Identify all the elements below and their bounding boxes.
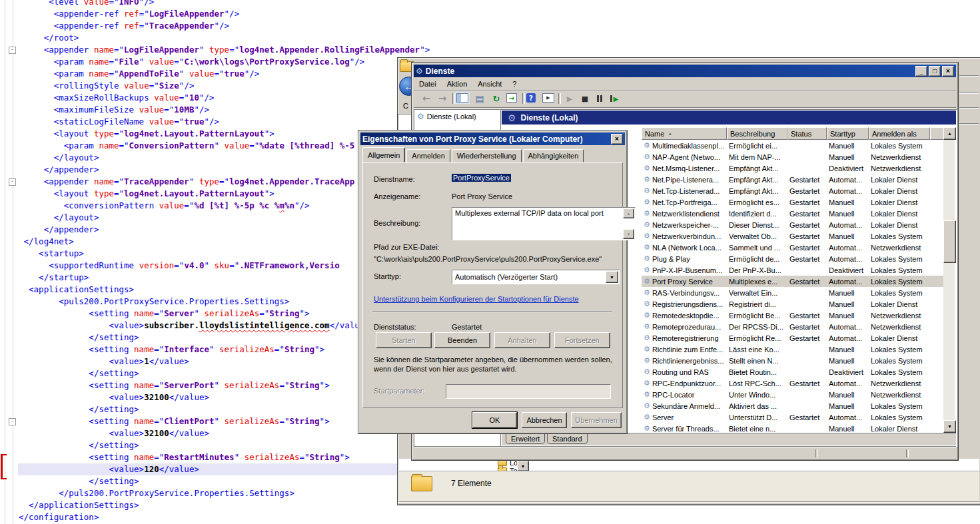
abbrechen-button[interactable]: Abbrechen — [522, 412, 567, 428]
code-line: <setting name="RestartMinutes" serialize… — [19, 451, 430, 463]
chevron-down-icon[interactable]: ▼ — [517, 461, 529, 471]
table-row[interactable]: ⚙Net.Tcp-Listenerad...Empfängt Akt...Ges… — [642, 185, 944, 196]
service-gear-icon: ⚙ — [644, 300, 650, 308]
start-parameters-input[interactable] — [446, 384, 611, 399]
forward-icon[interactable]: → — [436, 93, 448, 104]
close-button[interactable]: × — [942, 66, 954, 77]
label-pfad: Pfad zur EXE-Datei: — [374, 243, 439, 251]
table-row[interactable]: ⚙Net.Tcp-Portfreiga...Ermöglicht es...Ge… — [642, 196, 944, 208]
tab-abhängigkeiten[interactable]: Abhängigkeiten — [523, 149, 584, 162]
table-row[interactable]: ⚙Sekundäre Anmeld...Aktiviert das ...Man… — [642, 400, 944, 411]
beenden-button[interactable]: Beenden — [434, 332, 490, 348]
view-tab-standard[interactable]: Standard — [547, 433, 588, 444]
column-header-status[interactable]: Status — [787, 127, 827, 140]
service-gear-icon: ⚙ — [644, 289, 650, 296]
refresh-icon[interactable]: ↻ — [490, 93, 502, 104]
table-row[interactable]: ⚙Remoteprozedurau...Der RPCSS-Di...Gesta… — [642, 321, 944, 332]
table-row[interactable]: ⚙Richtlinie zum Entfe...Lässt eine Ko...… — [642, 344, 944, 355]
column-header-name[interactable]: Name▲ — [642, 127, 727, 140]
table-row[interactable]: ⚙ServerUnterstützt D...GestartetAutomat.… — [642, 411, 944, 423]
startup-options-link[interactable]: Unterstützung beim Konfigurieren der Sta… — [374, 295, 579, 303]
fold-toggle-icon[interactable]: - — [9, 178, 16, 186]
help-icon[interactable]: ? — [526, 93, 536, 103]
service-gear-icon: ⚙ — [644, 142, 650, 149]
table-row[interactable]: ⚙RAS-Verbindungsv...Verwaltet Ein...Manu… — [642, 287, 944, 298]
pane-header: ⚙ Dienste (Lokal) — [502, 111, 956, 125]
table-row[interactable]: ⚙Remotedesktopdie...Ermöglicht Be...Gest… — [642, 310, 944, 321]
table-row[interactable]: ⚙NLA (Network Loca...Sammelt und ...Gest… — [642, 242, 944, 253]
scroll-up-icon[interactable]: ▲ — [623, 208, 634, 218]
back-icon[interactable]: ← — [420, 93, 432, 104]
start-parameters-note: Sie können die Startparameter angeben, d… — [374, 355, 615, 374]
table-row[interactable]: ⚙NAP-Agent (Netwo...Mit dem NAP-...Manue… — [642, 151, 944, 162]
table-row[interactable]: ⚙RemoteregistrierungErmöglicht Re...Gest… — [642, 332, 944, 344]
dialog-titlebar[interactable]: Eigenschaften von Port Proxy Service (Lo… — [360, 132, 625, 145]
anhalten-button[interactable]: Anhalten — [494, 332, 550, 348]
service-name-value[interactable]: PortProxyService — [452, 174, 511, 182]
extended-view-icon[interactable]: ▶ — [542, 93, 554, 103]
minimize-button[interactable]: _ — [915, 66, 927, 77]
label-starttyp: Starttyp: — [374, 272, 401, 280]
ok-button[interactable]: OK — [472, 412, 517, 428]
table-row[interactable]: ⚙Netzwerkspeicher-...Dieser Dienst...Ges… — [642, 219, 944, 230]
menu-item-?[interactable]: ? — [507, 79, 522, 89]
tree-item-dienste-lokal[interactable]: ⚙ Dienste (Lokal) — [416, 112, 478, 121]
close-icon[interactable]: × — [611, 134, 623, 144]
toolbar-edge — [959, 75, 979, 77]
service-gear-icon: ⚙ — [644, 391, 650, 398]
übernehmen-button[interactable]: Übernehmen — [571, 412, 622, 428]
services-titlebar[interactable]: ⚙ Dienste _ □ × — [414, 65, 956, 77]
fold-toggle-icon[interactable]: - — [9, 47, 16, 54]
tab-allgemein[interactable]: Allgemein — [362, 147, 405, 162]
properties-icon[interactable]: ▤ — [474, 93, 486, 104]
change-margin-bracket — [1, 454, 7, 479]
scroll-down-icon[interactable]: ▼ — [943, 420, 956, 433]
scrollbar-thumb[interactable] — [943, 220, 956, 263]
restart-service-icon[interactable]: ▶ — [608, 93, 620, 104]
tab-wiederherstellung[interactable]: Wiederherstellung — [452, 149, 522, 162]
show-console-tree-icon[interactable] — [456, 93, 468, 103]
scroll-up-icon[interactable]: ▲ — [943, 127, 956, 140]
tab-anmelden[interactable]: Anmelden — [406, 149, 450, 162]
table-row[interactable]: ⚙Richtlinienergebniss...Stellt einen N..… — [642, 355, 944, 366]
fold-toggle-icon[interactable]: - — [9, 418, 16, 425]
chevron-down-icon[interactable]: ▼ — [606, 271, 618, 283]
label-dienststatus: Dienststatus: — [374, 323, 416, 331]
column-header-anmeldenals[interactable]: Anmelden als — [869, 127, 930, 140]
description-field[interactable]: Multiplexes external TCP/IP data on loca… — [452, 207, 636, 240]
table-row[interactable]: ⚙Plug & PlayErmöglicht de...GestartetAut… — [642, 253, 944, 264]
code-line: </setting> — [19, 439, 430, 451]
table-row[interactable]: ⚙PnP-X-IP-Busenum...Der PnP-X-Bu...Deakt… — [642, 264, 944, 276]
column-header-starttyp[interactable]: Starttyp — [827, 127, 869, 140]
table-row[interactable]: ⚙NetzwerklistendienstIdentifiziert d...G… — [642, 208, 944, 219]
table-row[interactable]: ⚙Multimediaklassenpl...Ermöglicht ei...M… — [642, 140, 944, 151]
display-name-value: Port Proxy Service — [452, 192, 512, 200]
menu-item-datei[interactable]: Datei — [414, 79, 442, 89]
vertical-scrollbar[interactable]: ▲ ▼ — [943, 127, 955, 433]
table-row[interactable]: ⚙Port Proxy ServiceMultiplexes e...Gesta… — [642, 276, 944, 287]
stop-service-icon[interactable]: ■ — [579, 93, 591, 104]
maximize-button[interactable]: □ — [929, 66, 941, 77]
menu-item-ansicht[interactable]: Ansicht — [472, 79, 507, 89]
column-header-beschreibung[interactable]: Beschreibung — [727, 127, 787, 140]
pause-service-icon[interactable] — [594, 93, 606, 104]
table-row[interactable]: ⚙Net.Msmq-Listener...Empfängt Akt...Deak… — [642, 162, 944, 174]
start-service-icon[interactable]: ▶ — [564, 93, 576, 104]
table-row[interactable]: ⚙Routing und RASBietet Routin...Deaktivi… — [642, 366, 944, 378]
table-row[interactable]: ⚙Netzwerkverbindun...Verwaltet Ob...Gest… — [642, 230, 944, 242]
view-tab-erweitert[interactable]: Erweitert — [506, 433, 545, 444]
code-line: <appender name="LogFileAppender" type="l… — [19, 44, 430, 56]
export-list-icon[interactable]: → — [506, 93, 517, 103]
table-header: Name▲BeschreibungStatusStarttypAnmelden … — [642, 127, 944, 140]
table-row[interactable]: ⚙Net.Pipe-Listenera...Empfängt Akt...Ges… — [642, 174, 944, 185]
startup-type-select[interactable]: Automatisch (Verzögerter Start) ▼ — [452, 270, 620, 284]
starten-button[interactable]: Starten — [376, 332, 432, 348]
table-row[interactable]: ⚙RPC-Endpunktzuor...Löst RPC-Sch...Gesta… — [642, 378, 944, 389]
table-row[interactable]: ⚙Registrierungsdiens...Registriert di...… — [642, 298, 944, 310]
menu-item-aktion[interactable]: Aktion — [442, 79, 473, 89]
code-line: <staticLogFileName value="true"/> — [19, 116, 430, 128]
table-row[interactable]: ⚙RPC-LocatorUnter Windo...ManuellNetzwer… — [642, 389, 944, 400]
scroll-down-icon[interactable]: ▼ — [623, 229, 634, 239]
address-field[interactable] — [398, 114, 412, 131]
fortsetzen-button[interactable]: Fortsetzen — [554, 332, 610, 348]
